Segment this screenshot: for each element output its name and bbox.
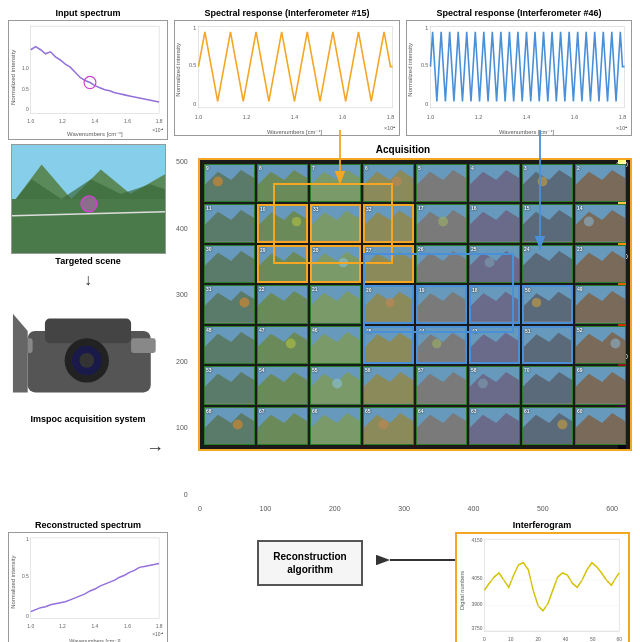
svg-point-41 — [81, 196, 97, 212]
acquisition-thumbnail: 52 — [575, 326, 626, 364]
svg-point-147 — [610, 338, 620, 348]
acquisition-thumbnail: 58 — [469, 366, 520, 404]
thumb-number: 55 — [312, 367, 318, 373]
acquisition-grid: 9876543211103332171615143029282726252423… — [204, 164, 626, 445]
svg-text:Wavenumbers [cm⁻¹]: Wavenumbers [cm⁻¹] — [67, 131, 123, 137]
svg-point-70 — [538, 177, 548, 187]
x-tick-200: 200 — [329, 505, 341, 512]
spectral-46-chart: Normalized intensity 1.0 1.2 1.4 1.6 1.8… — [406, 20, 632, 136]
acquisition-thumbnail: 17 — [416, 204, 467, 242]
acq-y-axis: 500 400 300 200 100 0 — [176, 158, 188, 498]
acquisition-thumbnail: 18 — [469, 285, 520, 323]
svg-point-105 — [485, 258, 495, 268]
targeted-scene-section: Targeted scene — [8, 144, 168, 266]
x-tick-500: 500 — [537, 505, 549, 512]
algo-section: Reconstruction algorithm — [174, 520, 446, 586]
acquisition-thumbnail: 65 — [363, 407, 414, 445]
acquisition-thumbnail: 70 — [522, 366, 573, 404]
input-spectrum-svg: Normalized intensity 0 0.5 1.0 1.0 1.2 1… — [9, 21, 167, 139]
y-tick-0: 0 — [184, 491, 188, 498]
reconstructed-svg: Normalized intensity 1.0 1.2 1.4 1.6 1.8… — [9, 533, 167, 642]
spectral-15-section: Spectral response (Interferometer #15) N… — [174, 8, 400, 136]
acquisition-thumbnail: 57 — [416, 366, 467, 404]
svg-text:1.6: 1.6 — [571, 114, 578, 120]
svg-text:0: 0 — [26, 106, 29, 112]
acquisition-thumbnail: 3 — [522, 164, 573, 202]
svg-point-98 — [339, 258, 348, 267]
y-tick-100: 100 — [176, 424, 188, 431]
acquisition-thumbnail: 67 — [257, 407, 308, 445]
svg-text:3900: 3900 — [471, 601, 482, 607]
thumb-number: 3 — [524, 165, 527, 171]
thumb-number: 44 — [419, 328, 425, 334]
thumb-number: 27 — [366, 247, 372, 253]
interferogram-svg: Digital numbers 0 10 20 40 50 60 Interfe… — [457, 534, 628, 642]
svg-text:1.8: 1.8 — [387, 114, 394, 120]
spectral-46-title: Spectral response (Interferometer #46) — [436, 8, 601, 18]
thumb-number: 16 — [471, 205, 477, 211]
input-spectrum-chart: Normalized intensity 0 0.5 1.0 1.0 1.2 1… — [8, 20, 168, 140]
acquisition-thumbnail: 50 — [522, 285, 573, 323]
svg-point-126 — [532, 298, 541, 307]
svg-point-175 — [379, 419, 389, 429]
svg-text:×10⁴: ×10⁴ — [152, 127, 162, 133]
svg-text:1.8: 1.8 — [156, 117, 163, 123]
thumb-number: 49 — [577, 286, 583, 292]
acq-x-axis: 0 100 200 300 400 500 600 — [198, 505, 618, 512]
middle-row: Targeted scene ↓ Imspoc acquisition — [8, 144, 632, 514]
svg-text:4050: 4050 — [471, 575, 482, 581]
interferogram-section: Interferogram Digital numbers 0 10 20 40… — [452, 520, 632, 642]
svg-text:Digital numbers: Digital numbers — [458, 571, 464, 610]
thumb-number: 4 — [471, 165, 474, 171]
svg-text:0: 0 — [425, 101, 428, 107]
thumb-number: 45 — [366, 328, 372, 334]
acquisition-thumbnail: 22 — [257, 285, 308, 323]
acquisition-thumbnail: 54 — [257, 366, 308, 404]
x-tick-600: 600 — [606, 505, 618, 512]
thumb-number: 7 — [312, 165, 315, 171]
svg-text:1.2: 1.2 — [59, 624, 66, 629]
svg-text:1.0: 1.0 — [27, 117, 34, 123]
svg-text:Normalized intensity: Normalized intensity — [175, 43, 181, 97]
svg-text:1.2: 1.2 — [243, 114, 250, 120]
acquisition-section: Acquisition 500 400 300 200 100 0 — [174, 144, 632, 514]
left-column: Targeted scene ↓ Imspoc acquisition — [8, 144, 168, 514]
svg-text:×10⁴: ×10⁴ — [616, 125, 627, 131]
svg-text:1: 1 — [425, 25, 428, 31]
thumb-number: 68 — [206, 408, 212, 414]
spectral-15-title: Spectral response (Interferometer #15) — [204, 8, 369, 18]
reconstruction-algo-box: Reconstruction algorithm — [257, 540, 362, 586]
svg-text:Normalized intensity: Normalized intensity — [10, 556, 16, 609]
svg-text:1: 1 — [26, 537, 29, 542]
acquisition-thumbnail: 64 — [416, 407, 467, 445]
acquisition-thumbnail: 46 — [310, 326, 361, 364]
algo-label: Reconstruction algorithm — [273, 551, 346, 575]
svg-text:1.0: 1.0 — [195, 114, 202, 120]
svg-text:1.6: 1.6 — [339, 114, 346, 120]
scene-svg — [12, 145, 165, 253]
svg-text:60: 60 — [616, 636, 622, 642]
y-tick-400: 400 — [176, 225, 188, 232]
thumb-number: 6 — [365, 165, 368, 171]
acquisition-thumbnail: 51 — [522, 326, 573, 364]
thumb-number: 5 — [418, 165, 421, 171]
thumb-number: 2 — [577, 165, 580, 171]
thumb-number: 25 — [471, 246, 477, 252]
thumb-number: 30 — [206, 246, 212, 252]
thumb-number: 48 — [206, 327, 212, 333]
acquisition-box: 4000 3500 3000 9876543211103332171615143… — [198, 158, 632, 451]
acquisition-thumbnail: 28 — [310, 245, 361, 283]
thumb-number: 70 — [524, 367, 530, 373]
acquisition-thumbnail: 6 — [363, 164, 414, 202]
y-tick-300: 300 — [176, 291, 188, 298]
x-tick-400: 400 — [468, 505, 480, 512]
svg-text:0: 0 — [483, 636, 486, 642]
svg-text:40: 40 — [562, 636, 568, 642]
acquisition-thumbnail: 66 — [310, 407, 361, 445]
svg-text:1.0: 1.0 — [27, 624, 34, 629]
acquisition-thumbnail: 2 — [575, 164, 626, 202]
svg-text:1.2: 1.2 — [475, 114, 482, 120]
acquisition-thumbnail: 20 — [363, 285, 414, 323]
acquisition-thumbnail: 56 — [363, 366, 414, 404]
svg-text:Wavenumbers [cm⁻¹]: Wavenumbers [cm⁻¹] — [499, 129, 554, 135]
